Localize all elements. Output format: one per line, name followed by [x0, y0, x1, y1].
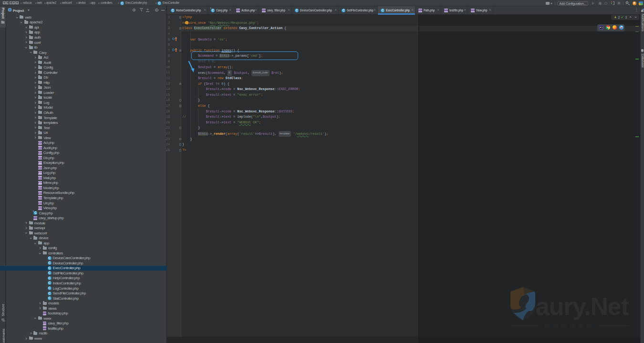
svg-text:aury.Net: aury.Net — [536, 293, 629, 320]
